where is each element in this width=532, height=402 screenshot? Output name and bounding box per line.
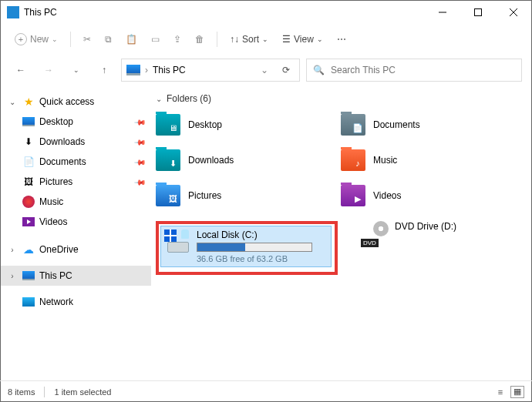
view-button[interactable]: ☰ View ⌄ bbox=[278, 28, 328, 50]
drive-capacity-bar bbox=[197, 243, 312, 252]
sidebar-item-pictures[interactable]: 🖼 Pictures 📌 bbox=[1, 172, 151, 192]
rename-icon: ▭ bbox=[151, 34, 160, 45]
address-bar[interactable]: › This PC ⌄ ⟳ bbox=[121, 59, 300, 82]
copy-button[interactable]: ⧉ bbox=[100, 28, 116, 50]
delete-button[interactable]: 🗑 bbox=[190, 28, 209, 50]
folder-downloads[interactable]: ⬇ Downloads bbox=[156, 146, 325, 175]
tiles-view-toggle[interactable]: ▦ bbox=[510, 386, 524, 398]
sort-button[interactable]: ↑↓ Sort ⌄ bbox=[225, 28, 273, 50]
drive-name: Local Disk (C:) bbox=[197, 229, 328, 240]
sidebar-item-label: Downloads bbox=[39, 136, 85, 147]
chevron-down-icon: ⌄ bbox=[262, 35, 268, 43]
star-icon: ★ bbox=[22, 95, 35, 108]
sidebar-item-videos[interactable]: Videos bbox=[1, 212, 151, 232]
drive-dvd-d[interactable]: DVD DVD Drive (D:) bbox=[361, 221, 456, 247]
search-icon: 🔍 bbox=[313, 65, 325, 75]
search-box[interactable]: 🔍 bbox=[306, 59, 522, 82]
close-button[interactable] bbox=[496, 1, 531, 24]
chevron-down-icon: ⌄ bbox=[156, 95, 162, 103]
breadcrumb[interactable]: This PC bbox=[153, 65, 251, 75]
back-button[interactable]: ← bbox=[10, 59, 32, 81]
folder-music[interactable]: ♪ Music bbox=[341, 146, 495, 175]
sidebar-item-desktop[interactable]: Desktop 📌 bbox=[1, 112, 151, 132]
paste-icon: 📋 bbox=[126, 34, 137, 45]
cut-icon: ✂ bbox=[83, 34, 91, 45]
chevron-right-icon: › bbox=[145, 65, 148, 75]
folder-desktop[interactable]: 🖥 Desktop bbox=[156, 110, 325, 139]
status-bar: 8 items 1 item selected ≡ ▦ bbox=[0, 380, 532, 402]
new-button[interactable]: + New ⌄ bbox=[10, 28, 62, 50]
music-icon bbox=[22, 196, 35, 208]
chevron-right-icon[interactable]: › bbox=[7, 246, 18, 254]
videos-folder-icon: ▶ bbox=[341, 185, 365, 206]
sidebar-item-label: Music bbox=[39, 196, 63, 207]
more-icon: ⋯ bbox=[337, 34, 346, 45]
sidebar-item-downloads[interactable]: ⬇ Downloads 📌 bbox=[1, 132, 151, 152]
this-pc-icon bbox=[22, 270, 35, 282]
up-button[interactable]: ↑ bbox=[93, 59, 115, 81]
sidebar-item-label: Documents bbox=[39, 156, 86, 167]
folder-pictures[interactable]: 🖼 Pictures bbox=[156, 181, 325, 210]
pin-icon: 📌 bbox=[134, 156, 146, 168]
folder-documents[interactable]: 📄 Documents bbox=[341, 110, 495, 139]
cut-button[interactable]: ✂ bbox=[79, 28, 96, 50]
folder-label: Downloads bbox=[188, 155, 234, 166]
toolbar-divider bbox=[70, 32, 71, 47]
sidebar-network[interactable]: Network bbox=[1, 292, 151, 312]
paste-button[interactable]: 📋 bbox=[121, 28, 142, 50]
new-label: New bbox=[30, 34, 49, 45]
folder-label: Music bbox=[373, 155, 397, 166]
forward-button[interactable]: → bbox=[38, 59, 59, 81]
app-icon bbox=[7, 6, 19, 18]
documents-icon: 📄 bbox=[22, 156, 35, 168]
network-icon bbox=[22, 296, 35, 308]
dvd-drive-icon: DVD bbox=[361, 221, 389, 247]
search-input[interactable] bbox=[331, 65, 515, 75]
videos-icon bbox=[22, 216, 35, 228]
rename-button[interactable]: ▭ bbox=[146, 28, 164, 50]
maximize-button[interactable] bbox=[460, 1, 496, 24]
svg-rect-1 bbox=[475, 9, 482, 16]
folder-label: Videos bbox=[373, 190, 401, 201]
share-button[interactable]: ⇪ bbox=[169, 28, 186, 50]
chevron-right-icon[interactable]: › bbox=[7, 272, 18, 280]
desktop-icon bbox=[22, 116, 35, 128]
annotation-highlight: Local Disk (C:) 36.6 GB free of 63.2 GB bbox=[156, 221, 338, 275]
window-title: This PC bbox=[24, 7, 57, 18]
folders-header-label: Folders (6) bbox=[167, 93, 211, 104]
details-view-toggle[interactable]: ≡ bbox=[493, 386, 507, 398]
refresh-button[interactable]: ⟳ bbox=[278, 65, 295, 75]
recent-button[interactable]: ⌄ bbox=[66, 59, 87, 81]
sidebar-this-pc[interactable]: › This PC bbox=[1, 266, 151, 286]
chevron-down-icon[interactable]: ⌄ bbox=[7, 98, 18, 106]
drive-free-text: 36.6 GB free of 63.2 GB bbox=[197, 254, 328, 263]
navigation-sidebar: ⌄ ★ Quick access Desktop 📌 ⬇ Downloads 📌… bbox=[1, 85, 151, 378]
address-dropdown[interactable]: ⌄ bbox=[256, 65, 273, 75]
content-pane: ⌄ Folders (6) 🖥 Desktop 📄 Documents ⬇ Do… bbox=[151, 85, 531, 378]
folders-group-header[interactable]: ⌄ Folders (6) bbox=[156, 93, 531, 104]
sidebar-onedrive[interactable]: › ☁ OneDrive bbox=[1, 240, 151, 260]
pin-icon: 📌 bbox=[134, 116, 146, 128]
sidebar-quick-access[interactable]: ⌄ ★ Quick access bbox=[1, 92, 151, 112]
more-button[interactable]: ⋯ bbox=[332, 28, 351, 50]
desktop-folder-icon: 🖥 bbox=[156, 114, 180, 136]
sidebar-item-documents[interactable]: 📄 Documents 📌 bbox=[1, 152, 151, 172]
chevron-down-icon: ⌄ bbox=[317, 35, 323, 43]
chevron-down-icon: ⌄ bbox=[52, 35, 58, 43]
pin-icon: 📌 bbox=[134, 136, 146, 148]
dvd-badge: DVD bbox=[361, 239, 379, 247]
drive-local-disk-c[interactable]: Local Disk (C:) 36.6 GB free of 63.2 GB bbox=[160, 226, 332, 267]
copy-icon: ⧉ bbox=[105, 34, 112, 45]
folder-videos[interactable]: ▶ Videos bbox=[341, 181, 495, 210]
sidebar-item-label: Videos bbox=[39, 216, 67, 227]
folder-label: Pictures bbox=[188, 190, 221, 201]
pictures-folder-icon: 🖼 bbox=[156, 185, 180, 206]
pictures-icon: 🖼 bbox=[22, 176, 35, 188]
view-icon: ☰ bbox=[282, 34, 291, 45]
sidebar-item-music[interactable]: Music bbox=[1, 192, 151, 212]
minimize-button[interactable] bbox=[425, 1, 460, 24]
cloud-icon: ☁ bbox=[22, 243, 35, 256]
sidebar-item-label: Network bbox=[39, 296, 73, 307]
plus-icon: + bbox=[15, 33, 27, 45]
share-icon: ⇪ bbox=[173, 34, 181, 45]
